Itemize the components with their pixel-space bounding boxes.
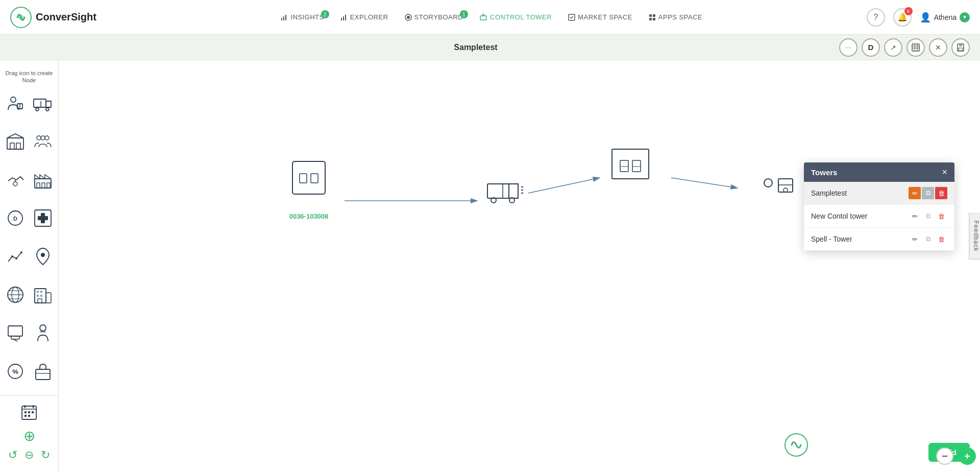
sidebar-discount-icon[interactable]: % bbox=[4, 360, 27, 383]
tower-edit-2[interactable]: ✏ bbox=[909, 210, 921, 222]
sidebar-handshake-icon[interactable] bbox=[4, 169, 27, 191]
svg-point-49 bbox=[15, 257, 17, 259]
ellipsis-button[interactable]: ··· bbox=[839, 38, 857, 57]
redo-icon[interactable]: ↻ bbox=[41, 449, 50, 462]
sidebar-global-icon[interactable] bbox=[4, 284, 27, 306]
tower-copy-2[interactable]: ⧉ bbox=[922, 210, 934, 222]
svg-rect-34 bbox=[16, 143, 20, 149]
svg-point-38 bbox=[13, 182, 17, 186]
tower-name-2: New Contol tower bbox=[811, 212, 909, 220]
svg-point-67 bbox=[40, 325, 46, 331]
sidebar-factory-icon[interactable] bbox=[32, 169, 54, 191]
table-icon bbox=[912, 43, 920, 52]
zoom-out-icon[interactable] bbox=[936, 447, 953, 465]
subtitle-bar: Sampletest ··· D ↗ ✕ bbox=[0, 35, 980, 60]
user-icon: 👤 bbox=[920, 12, 931, 23]
svg-rect-63 bbox=[38, 299, 42, 303]
svg-rect-87 bbox=[300, 174, 307, 183]
nav-storyboard[interactable]: STORYBOARD 1 bbox=[398, 10, 471, 24]
zoom-in-icon[interactable] bbox=[959, 447, 976, 465]
svg-point-35 bbox=[37, 136, 41, 140]
towers-popup-body: Sampletest ✏ ⧉ 🗑 New Contol tower ✏ ⧉ 🗑 bbox=[804, 182, 954, 251]
svg-rect-32 bbox=[7, 138, 23, 149]
svg-text:D: D bbox=[13, 216, 17, 222]
svg-rect-40 bbox=[37, 183, 40, 188]
nav-right: ? 🔔 6 👤 Athena ▼ bbox=[867, 8, 970, 27]
svg-point-25 bbox=[11, 97, 16, 102]
tower-delete-3[interactable]: 🗑 bbox=[935, 233, 947, 245]
upload-icon[interactable]: ⊕ bbox=[23, 428, 35, 444]
d-button[interactable]: D bbox=[862, 38, 880, 57]
feedback-tab[interactable]: Feedback bbox=[969, 213, 980, 259]
tower-delete-1[interactable]: 🗑 bbox=[935, 187, 947, 199]
svg-point-30 bbox=[46, 108, 49, 111]
download-icon[interactable]: ⊖ bbox=[24, 449, 34, 462]
svg-rect-47 bbox=[38, 216, 48, 220]
svg-rect-3 bbox=[283, 16, 284, 20]
tower-row-2[interactable]: New Contol tower ✏ ⧉ 🗑 bbox=[804, 205, 954, 228]
sidebar-medical-icon[interactable] bbox=[32, 207, 54, 229]
tower-copy-1[interactable]: ⧉ bbox=[922, 187, 934, 199]
svg-rect-6 bbox=[343, 16, 344, 20]
nav-explorer[interactable]: EXPLORER bbox=[333, 10, 396, 24]
help-button[interactable]: ? bbox=[867, 8, 885, 27]
nav-control-tower[interactable]: CONTROL TOWER bbox=[472, 10, 559, 24]
nav-insights[interactable]: INSIGHTS 2 bbox=[274, 10, 331, 24]
canvas[interactable]: 0036-103008 bbox=[59, 60, 980, 472]
canvas-bottom-right bbox=[936, 447, 976, 465]
insights-icon bbox=[281, 14, 288, 21]
sidebar-dealer-icon[interactable]: D bbox=[4, 207, 27, 229]
svg-rect-103 bbox=[778, 179, 793, 192]
sidebar-analytics-icon[interactable] bbox=[4, 245, 27, 268]
svg-rect-68 bbox=[40, 331, 46, 333]
sidebar-calendar-icon[interactable] bbox=[18, 401, 40, 423]
sidebar-drag-label: Drag icon to create Node bbox=[0, 65, 58, 90]
apps-space-icon bbox=[649, 14, 656, 21]
tower-edit-1[interactable]: ✏ bbox=[909, 187, 921, 199]
save-icon bbox=[957, 43, 965, 52]
tower-actions-3: ✏ ⧉ 🗑 bbox=[909, 233, 947, 245]
nav-apps-space[interactable]: APPS SPACE bbox=[642, 10, 709, 24]
tower-delete-2[interactable]: 🗑 bbox=[935, 210, 947, 222]
svg-point-1 bbox=[18, 15, 23, 20]
logo-area[interactable]: ConverSight bbox=[10, 7, 96, 28]
notifications-button[interactable]: 🔔 6 bbox=[893, 8, 912, 27]
close-subtitle-button[interactable]: ✕ bbox=[929, 38, 947, 57]
control-tower-icon bbox=[479, 14, 487, 21]
tower-actions-2: ✏ ⧉ 🗑 bbox=[909, 210, 947, 222]
svg-rect-41 bbox=[42, 183, 45, 188]
svg-rect-62 bbox=[40, 295, 42, 297]
tower-row-3[interactable]: Spell - Tower ✏ ⧉ 🗑 bbox=[804, 228, 954, 251]
undo-icon[interactable]: ↺ bbox=[8, 449, 17, 462]
tower-copy-3[interactable]: ⧉ bbox=[922, 233, 934, 245]
bottom-controls-row1: ⊕ bbox=[23, 428, 35, 444]
svg-rect-17 bbox=[912, 44, 919, 51]
towers-close-button[interactable]: × bbox=[942, 168, 947, 177]
nav-market-space[interactable]: MARKET SPACE bbox=[561, 10, 640, 24]
sidebar-truck-icon[interactable] bbox=[32, 92, 54, 115]
tower-edit-3[interactable]: ✏ bbox=[909, 233, 921, 245]
svg-rect-2 bbox=[281, 18, 282, 20]
sidebar-building-icon[interactable] bbox=[32, 284, 54, 306]
tower-row-1[interactable]: Sampletest ✏ ⧉ 🗑 bbox=[804, 182, 954, 205]
svg-rect-98 bbox=[620, 160, 628, 172]
sidebar-team-icon[interactable] bbox=[32, 131, 54, 153]
svg-rect-58 bbox=[46, 293, 51, 303]
trending-button[interactable]: ↗ bbox=[884, 38, 902, 57]
svg-rect-65 bbox=[11, 336, 19, 339]
sidebar-warehouse-icon[interactable] bbox=[4, 131, 27, 153]
svg-rect-79 bbox=[24, 415, 27, 417]
bottom-controls-row2: ↺ ⊖ ↻ bbox=[8, 449, 50, 462]
user-area[interactable]: 👤 Athena ▼ bbox=[920, 12, 970, 23]
sidebar-location-icon[interactable] bbox=[32, 245, 54, 268]
svg-point-51 bbox=[41, 253, 45, 257]
sidebar-bag-icon[interactable] bbox=[32, 360, 54, 383]
save-button[interactable] bbox=[951, 38, 970, 57]
svg-point-9 bbox=[407, 16, 410, 19]
towers-popup-header: Towers × bbox=[804, 162, 954, 182]
sidebar-worker-icon[interactable] bbox=[32, 322, 54, 344]
sidebar-person-icon[interactable] bbox=[4, 92, 27, 115]
sidebar-kiosk-icon[interactable] bbox=[4, 322, 27, 344]
explorer-icon bbox=[340, 14, 348, 21]
table-button[interactable] bbox=[906, 38, 925, 57]
